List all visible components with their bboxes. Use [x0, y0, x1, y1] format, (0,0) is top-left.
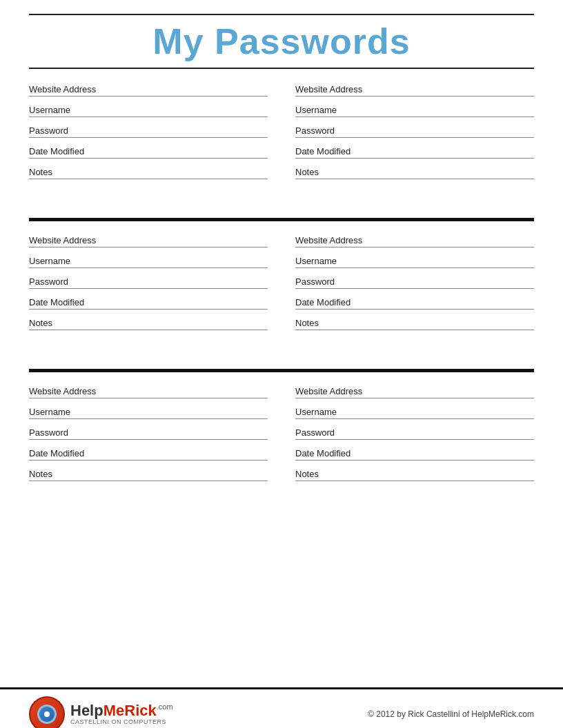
notes-space-1r — [295, 183, 534, 211]
footer-copyright: © 2012 by Rick Castellini of HelpMeRick.… — [368, 709, 534, 719]
field-notes-1l: Notes — [29, 163, 268, 211]
footer: HelpMeRick.com CASTELLINI ON COMPUTERS ©… — [0, 687, 563, 728]
field-line-1l-notes — [29, 179, 268, 179]
logo-area: HelpMeRick.com CASTELLINI ON COMPUTERS — [29, 696, 173, 728]
field-username-2l: Username — [29, 252, 268, 268]
field-line-2l-username — [29, 267, 268, 268]
field-website-3l: Website Address — [29, 382, 268, 398]
password-label-2l: Password — [29, 272, 268, 288]
logo-me-text: Me — [103, 702, 125, 719]
notes-space-3r — [295, 485, 534, 513]
field-line-3r-website — [295, 398, 534, 398]
field-line-1l-date — [29, 158, 268, 159]
notes-space-2r — [295, 334, 534, 362]
field-line-2l-notes — [29, 330, 268, 330]
notes-label-2r: Notes — [295, 314, 534, 330]
date-label-3r: Date Modified — [295, 444, 534, 460]
username-label-2l: Username — [29, 252, 268, 267]
field-line-2r-date — [295, 309, 534, 310]
field-username-3r: Username — [295, 403, 534, 419]
field-line-1l-website — [29, 96, 268, 97]
date-label-2l: Date Modified — [29, 293, 268, 309]
field-website-1r: Website Address — [295, 80, 534, 97]
notes-label-1l: Notes — [29, 163, 268, 179]
field-username-3l: Username — [29, 403, 268, 419]
logo-rick-text: Rick — [124, 702, 156, 719]
field-line-1r-password — [295, 137, 534, 138]
field-line-2r-username — [295, 267, 534, 268]
website-label-3r: Website Address — [295, 382, 534, 398]
section-2-columns: Website Address Username Password Date M… — [29, 231, 534, 362]
field-website-2l: Website Address — [29, 231, 268, 247]
website-label-3l: Website Address — [29, 382, 268, 398]
field-line-3l-password — [29, 439, 268, 440]
field-line-2l-website — [29, 247, 268, 247]
password-label-1l: Password — [29, 121, 268, 137]
username-label-1l: Username — [29, 101, 268, 117]
field-line-3l-date — [29, 460, 268, 461]
field-date-2l: Date Modified — [29, 293, 268, 310]
password-label-2r: Password — [295, 272, 534, 288]
field-notes-3r: Notes — [295, 465, 534, 513]
title-section: My Passwords — [29, 15, 534, 68]
field-line-1r-username — [295, 117, 534, 117]
section-1-left: Website Address Username Password Date M… — [29, 80, 282, 211]
section-3-left: Website Address Username Password Date M… — [29, 382, 282, 513]
section-2-left: Website Address Username Password Date M… — [29, 231, 282, 362]
field-line-2l-password — [29, 288, 268, 289]
field-date-1l: Date Modified — [29, 142, 268, 159]
field-line-2r-password — [295, 288, 534, 289]
field-date-3l: Date Modified — [29, 444, 268, 461]
field-line-3l-website — [29, 398, 268, 398]
field-username-1l: Username — [29, 101, 268, 117]
section-1: Website Address Username Password Date M… — [29, 80, 534, 211]
divider-2 — [29, 369, 534, 372]
username-label-1r: Username — [295, 101, 534, 117]
field-line-2l-date — [29, 309, 268, 310]
page: My Passwords Website Address Username — [0, 14, 563, 728]
section-3: Website Address Username Password Date M… — [29, 382, 534, 513]
field-line-3l-notes — [29, 481, 268, 481]
field-username-2r: Username — [295, 252, 534, 268]
website-label-2r: Website Address — [295, 231, 534, 247]
field-line-2r-notes — [295, 330, 534, 330]
date-label-1l: Date Modified — [29, 142, 268, 158]
field-line-3r-notes — [295, 481, 534, 481]
logo-help-text: Help — [70, 702, 103, 719]
notes-label-2l: Notes — [29, 314, 268, 330]
section-1-columns: Website Address Username Password Date M… — [29, 80, 534, 211]
field-password-2r: Password — [295, 272, 534, 289]
field-notes-2l: Notes — [29, 314, 268, 362]
notes-space-3l — [29, 485, 268, 513]
username-label-3l: Username — [29, 403, 268, 418]
password-label-3l: Password — [29, 423, 268, 439]
field-line-3r-date — [295, 460, 534, 461]
field-password-3l: Password — [29, 423, 268, 440]
field-line-3l-username — [29, 418, 268, 419]
logo-tagline: CASTELLINI ON COMPUTERS — [70, 719, 173, 726]
website-label-1l: Website Address — [29, 80, 268, 96]
section-2: Website Address Username Password Date M… — [29, 231, 534, 362]
field-password-2l: Password — [29, 272, 268, 289]
title-bottom-rule — [29, 68, 534, 69]
username-label-2r: Username — [295, 252, 534, 267]
notes-label-3r: Notes — [295, 465, 534, 481]
field-website-1l: Website Address — [29, 80, 268, 97]
field-date-3r: Date Modified — [295, 444, 534, 461]
logo-brand: HelpMeRick.com — [70, 702, 173, 719]
field-line-3r-username — [295, 418, 534, 419]
date-label-1r: Date Modified — [295, 142, 534, 158]
website-label-2l: Website Address — [29, 231, 268, 247]
notes-space-1l — [29, 183, 268, 211]
field-line-2r-website — [295, 247, 534, 247]
notes-label-1r: Notes — [295, 163, 534, 179]
field-website-3r: Website Address — [295, 382, 534, 398]
notes-space-2l — [29, 334, 268, 362]
field-notes-1r: Notes — [295, 163, 534, 211]
field-date-1r: Date Modified — [295, 142, 534, 159]
field-line-1r-website — [295, 96, 534, 97]
password-label-3r: Password — [295, 423, 534, 439]
field-website-2r: Website Address — [295, 231, 534, 247]
website-label-1r: Website Address — [295, 80, 534, 96]
page-title: My Passwords — [29, 21, 534, 62]
